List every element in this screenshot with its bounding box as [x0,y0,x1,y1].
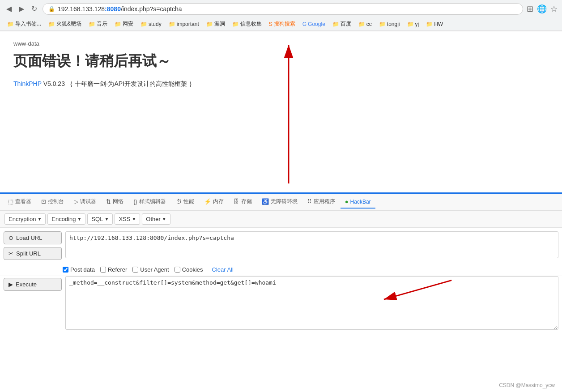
execute-icon: ▶ [9,281,13,288]
tab-hackbar[interactable]: ● HackBar [341,196,375,209]
page-footer: CSDN @Massimo_ycw [499,382,555,388]
extensions-icon[interactable]: ⊞ [527,4,533,14]
hackbar-icon: ● [345,198,349,205]
reload-button[interactable]: ↻ [30,3,39,15]
post-data-input[interactable] [65,276,558,330]
post-data-area [65,276,558,331]
sql-dropdown-arrow: ▼ [104,217,109,222]
other-menu[interactable]: Other ▼ [142,213,170,225]
tab-debugger[interactable]: ▷ 调试器 [69,195,101,209]
bookmark-important[interactable]: 📁 important [166,20,202,28]
execute-button[interactable]: ▶ Execute [4,278,62,291]
encoding-dropdown-arrow: ▼ [77,217,82,222]
hackbar-options-row: Post data Referer User Agent Cookies Cle… [0,264,562,276]
application-icon: ⠿ [307,198,312,205]
page-framework: ThinkPHP V5.0.23 ｛ 十年磨一剑-为API开发设计的高性能框架 … [13,80,549,88]
referer-option[interactable]: Referer [100,266,127,273]
tab-performance[interactable]: ⏱ 性能 [171,195,199,209]
tab-storage[interactable]: 🗄 存储 [229,195,256,209]
page-user: www-data [13,40,549,47]
bookmark-import[interactable]: 📁 导入书签... [4,19,44,29]
url-input[interactable] [65,231,558,258]
bookmark-music[interactable]: 📁 音乐 [86,19,110,29]
bookmark-cc[interactable]: 📁 cc [356,20,375,28]
storage-icon: 🗄 [234,198,239,205]
security-icon: 🔒 [48,6,55,12]
post-data-option[interactable]: Post data [63,266,95,273]
back-button[interactable]: ◀ [4,3,13,15]
cookies-option[interactable]: Cookies [175,266,203,273]
devtools: ⬚ 查看器 ⊡ 控制台 ▷ 调试器 ⇅ 网络 {} 样式编辑器 ⏱ 性能 ⚡ 内… [0,192,562,335]
bookmark-hw[interactable]: 📁 HW [423,20,446,28]
address-text: 192.168.133.128:8080/index.php?s=captcha [58,5,517,13]
tab-accessibility[interactable]: ♿ 无障碍环境 [257,195,302,209]
forward-button[interactable]: ▶ [17,3,26,15]
footer-text: CSDN @Massimo_ycw [499,382,555,388]
tab-application[interactable]: ⠿ 应用程序 [303,195,340,209]
user-agent-option[interactable]: User Agent [132,266,169,273]
nav-bar: ◀ ▶ ↻ 🔒 192.168.133.128:8080/index.php?s… [0,0,562,17]
bookmark-yj[interactable]: 📁 yj [404,20,422,28]
encoding-menu[interactable]: Encoding ▼ [47,213,85,225]
sql-menu[interactable]: SQL ▼ [87,213,113,225]
tab-inspector[interactable]: ⬚ 查看器 [4,195,36,209]
execute-button-container: ▶ Execute [4,276,62,331]
split-url-icon: ✂ [9,250,13,257]
referer-checkbox[interactable] [100,267,106,273]
split-url-button[interactable]: ✂ Split URL [4,247,62,260]
tab-network[interactable]: ⇅ 网络 [102,195,128,209]
thinkphp-link[interactable]: ThinkPHP [13,80,42,87]
encryption-dropdown-arrow: ▼ [37,217,42,222]
cookies-checkbox[interactable] [175,267,180,273]
bookmark-infogather[interactable]: 📁 信息收集 [230,19,264,29]
bookmark-netsec[interactable]: 📁 网安 [112,19,136,29]
hackbar-post-row: ▶ Execute [0,276,562,335]
bookmark-tongji[interactable]: 📁 tongji [376,20,403,28]
bookmarks-bar: 📁 导入书签... 📁 火狐&靶场 📁 音乐 📁 网安 📁 study 📁 im… [0,17,562,31]
nav-actions: ⊞ 🌐 ☆ [527,4,558,14]
inspector-icon: ⬚ [8,198,13,205]
bookmark-icon[interactable]: ☆ [550,4,558,14]
tab-style-editor[interactable]: {} 样式编辑器 [129,195,170,209]
bookmark-baidu[interactable]: 📁 百度 [330,19,354,29]
encryption-menu[interactable]: Encryption ▼ [4,213,46,225]
clear-all-button[interactable]: Clear All [212,266,234,273]
console-icon: ⊡ [41,198,46,205]
page-content: www-data 页面错误！请稍后再试～ ThinkPHP V5.0.23 ｛ … [0,31,562,192]
performance-icon: ⏱ [176,198,182,205]
devtools-tabs: ⬚ 查看器 ⊡ 控制台 ▷ 调试器 ⇅ 网络 {} 样式编辑器 ⏱ 性能 ⚡ 内… [0,194,562,211]
bookmark-foxrange[interactable]: 📁 火狐&靶场 [46,19,84,29]
translate-icon[interactable]: 🌐 [537,4,547,14]
memory-icon: ⚡ [204,198,211,205]
address-bar[interactable]: 🔒 192.168.133.128:8080/index.php?s=captc… [43,3,523,15]
bookmark-google[interactable]: G Google [300,20,328,28]
user-agent-checkbox[interactable] [132,267,138,273]
tab-console[interactable]: ⊡ 控制台 [37,195,68,209]
load-url-icon: ⊙ [9,234,13,241]
bookmark-sogou[interactable]: S 搜狗搜索 [266,19,298,29]
tab-memory[interactable]: ⚡ 内存 [200,195,228,209]
hackbar-action-buttons: ⊙ Load URL ✂ Split URL [4,231,62,260]
other-dropdown-arrow: ▼ [162,217,166,222]
accessibility-icon: ♿ [262,198,269,205]
hackbar-url-area [65,231,558,260]
debugger-icon: ▷ [74,198,78,205]
bookmark-study[interactable]: 📁 study [138,20,164,28]
load-url-button[interactable]: ⊙ Load URL [4,231,62,244]
style-editor-icon: {} [133,198,137,205]
framework-version-text: V5.0.23 ｛ 十年磨一剑-为API开发设计的高性能框架 ｝ [43,80,195,87]
hackbar-panel: Encryption ▼ Encoding ▼ SQL ▼ XSS ▼ Othe… [0,211,562,335]
browser-chrome: ◀ ▶ ↻ 🔒 192.168.133.128:8080/index.php?s… [0,0,562,31]
xss-dropdown-arrow: ▼ [132,217,136,222]
hackbar-url-row: ⊙ Load URL ✂ Split URL [0,228,562,264]
network-icon: ⇅ [106,198,111,205]
page-error-title: 页面错误！请稍后再试～ [13,51,549,71]
hackbar-menu: Encryption ▼ Encoding ▼ SQL ▼ XSS ▼ Othe… [0,211,562,228]
bookmark-vuln[interactable]: 📁 漏洞 [204,19,228,29]
post-data-checkbox[interactable] [63,267,68,273]
xss-menu[interactable]: XSS ▼ [115,213,140,225]
